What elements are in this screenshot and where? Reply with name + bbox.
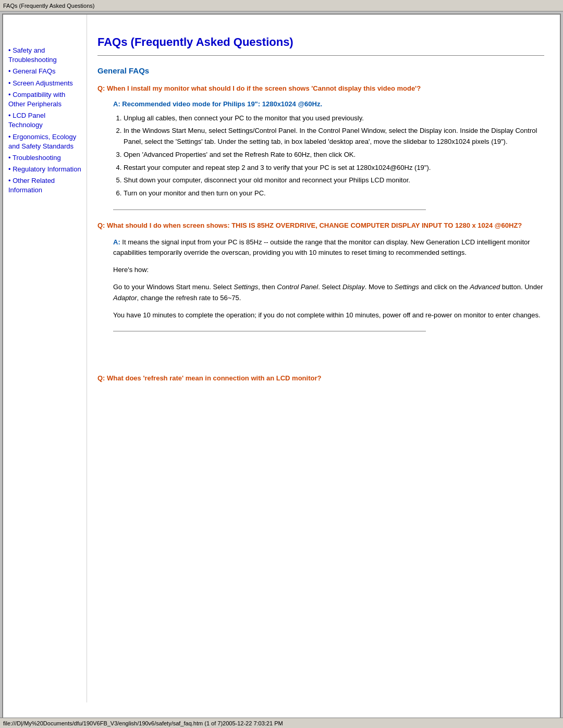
question-1-text: Q: When I install my monitor what should… xyxy=(97,83,544,94)
sidebar-item-regulatory[interactable]: • Regulatory Information xyxy=(8,165,81,174)
sidebar-link-screen[interactable]: • Screen Adjustments xyxy=(8,79,81,88)
sidebar-link-other[interactable]: • Other Related Information xyxy=(8,176,81,195)
question-2-section: Q: What should I do when screen shows: T… xyxy=(97,220,544,331)
answer-2-intro: A: It means the signal input from your P… xyxy=(113,237,544,259)
sidebar-item-general-faqs[interactable]: • General FAQs xyxy=(8,67,81,76)
title-bar: FAQs (Frequently Asked Questions) xyxy=(0,0,563,11)
answer-2-block: A: It means the signal input from your P… xyxy=(113,237,544,321)
title-bar-text: FAQs (Frequently Asked Questions) xyxy=(3,3,94,9)
question-2-text: Q: What should I do when screen shows: T… xyxy=(97,220,544,231)
divider-2 xyxy=(113,331,426,331)
section-title: General FAQs xyxy=(97,66,544,75)
answer-2-instructions: Go to your Windows Start menu. Select Se… xyxy=(113,282,544,304)
page-title: FAQs (Frequently Asked Questions) xyxy=(97,35,544,49)
status-bar: file:///D|/My%20Documents/dfu/190V6FB_V3… xyxy=(0,718,563,728)
step-5: Shut down your computer, disconnect your… xyxy=(124,175,544,186)
sidebar-item-compatibility[interactable]: • Compatibility with Other Peripherals xyxy=(8,90,81,109)
sidebar-link-lcd[interactable]: • LCD Panel Technology xyxy=(8,111,81,130)
sidebar-link-safety[interactable]: • Safety and Troubleshooting xyxy=(8,46,81,65)
question-3-section: Q: What does 'refresh rate' mean in conn… xyxy=(97,373,544,384)
heres-how: Here's how: xyxy=(113,265,544,276)
step-3: Open 'Advanced Properties' and set the R… xyxy=(124,150,544,161)
question-1-section: Q: When I install my monitor what should… xyxy=(97,83,544,210)
step-6: Turn on your monitor and then turn on yo… xyxy=(124,188,544,199)
main-content: FAQs (Frequently Asked Questions) Genera… xyxy=(87,15,560,702)
sidebar-link-compatibility[interactable]: • Compatibility with Other Peripherals xyxy=(8,90,81,109)
page-layout: • Safety and Troubleshooting • General F… xyxy=(3,15,560,702)
sidebar-link-general-faqs[interactable]: • General FAQs xyxy=(8,67,81,76)
sidebar-item-troubleshooting[interactable]: • Troubleshooting xyxy=(8,153,81,163)
sidebar-link-ergonomics[interactable]: • Ergonomics, Ecology and Safety Standar… xyxy=(8,132,81,151)
answer-1-block: A: Recommended video mode for Philips 19… xyxy=(113,100,544,200)
sidebar-item-other[interactable]: • Other Related Information xyxy=(8,176,81,195)
sidebar-item-screen[interactable]: • Screen Adjustments xyxy=(8,79,81,88)
sidebar-item-safety[interactable]: • Safety and Troubleshooting xyxy=(8,46,81,65)
divider-1 xyxy=(113,209,426,210)
answer-2-label: A: xyxy=(113,238,120,246)
sidebar-link-troubleshooting[interactable]: • Troubleshooting xyxy=(8,153,81,163)
step-4: Restart your computer and repeat step 2 … xyxy=(124,163,544,174)
spacer xyxy=(97,342,544,373)
answer-1-steps: Unplug all cables, then connect your PC … xyxy=(124,113,544,200)
answer-1-label: A: Recommended video mode for Philips 19… xyxy=(113,100,544,108)
sidebar-item-lcd[interactable]: • LCD Panel Technology xyxy=(8,111,81,130)
answer-2-timer: You have 10 minutes to complete the oper… xyxy=(113,310,544,321)
question-3-text: Q: What does 'refresh rate' mean in conn… xyxy=(97,373,544,384)
step-1: Unplug all cables, then connect your PC … xyxy=(124,113,544,124)
browser-window: • Safety and Troubleshooting • General F… xyxy=(2,14,561,722)
step-2: In the Windows Start Menu, select Settin… xyxy=(124,126,544,147)
sidebar: • Safety and Troubleshooting • General F… xyxy=(3,15,87,702)
sidebar-link-regulatory[interactable]: • Regulatory Information xyxy=(8,165,81,174)
sidebar-item-ergonomics[interactable]: • Ergonomics, Ecology and Safety Standar… xyxy=(8,132,81,151)
status-bar-text: file:///D|/My%20Documents/dfu/190V6FB_V3… xyxy=(3,720,283,726)
title-divider xyxy=(97,55,544,56)
